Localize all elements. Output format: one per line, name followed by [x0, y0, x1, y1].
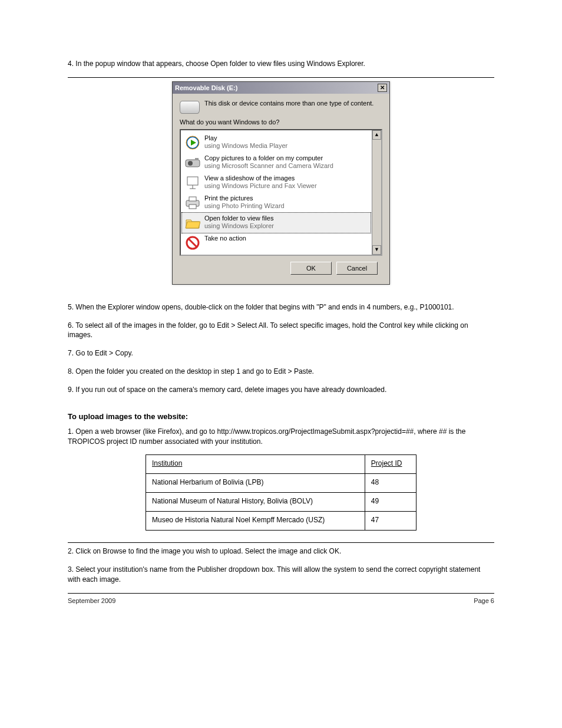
- footer-date: September 2009: [68, 597, 115, 604]
- table-row: National Museum of Natural History, Boli…: [146, 493, 416, 512]
- close-icon[interactable]: ✕: [378, 84, 387, 92]
- list-item-label: Copy pictures to a folder on my computer: [204, 154, 323, 162]
- upload-step-3: 3. Select your institution's name from t…: [68, 565, 494, 585]
- list-item-open-folder[interactable]: Open folder to view files using Windows …: [182, 213, 371, 233]
- list-item-sub: using Windows Explorer: [204, 222, 274, 229]
- list-item-label: Play: [204, 134, 217, 141]
- svg-rect-6: [187, 177, 198, 185]
- page-footer: September 2009 Page 6: [68, 593, 494, 604]
- folder-open-icon: [184, 215, 201, 231]
- table-row: National Herbarium of Bolivia (LPB) 48: [146, 474, 416, 493]
- drive-icon: [180, 101, 200, 114]
- project-id-table: Institution Project ID National Herbariu…: [146, 454, 416, 531]
- no-action-icon: [184, 235, 201, 251]
- step-6-text: 6. To select all of the images in the fo…: [68, 321, 494, 341]
- table-header-projectid: Project ID: [365, 455, 416, 474]
- upload-heading: To upload images to the website:: [68, 411, 494, 422]
- dialog-title: Removable Disk (E:): [175, 84, 237, 91]
- step-8-text: 8. Open the folder you created on the de…: [68, 367, 494, 377]
- printer-icon: [184, 195, 201, 211]
- action-listbox[interactable]: Play using Windows Media Player Copy pic…: [180, 129, 382, 256]
- autoplay-dialog: Removable Disk (E:) ✕ This disk or devic…: [172, 81, 390, 285]
- list-item-sub: using Windows Media Player: [204, 142, 287, 149]
- list-item-label: Take no action: [204, 235, 246, 242]
- list-item-copy-pictures[interactable]: Copy pictures to a folder on my computer…: [182, 153, 371, 173]
- list-item-sub: using Microsoft Scanner and Camera Wizar…: [204, 162, 333, 169]
- table-row: Museo de Historia Natural Noel Kempff Me…: [146, 512, 416, 531]
- scroll-down-icon[interactable]: ▼: [372, 245, 381, 255]
- list-item-label: Print the pictures: [204, 195, 253, 202]
- step-4-text: 4. In the popup window that appears, cho…: [68, 59, 494, 69]
- ok-button[interactable]: OK: [290, 262, 332, 275]
- list-item-label: Open folder to view files: [204, 215, 273, 222]
- upload-step-1: 1. Open a web browser (like Firefox), an…: [68, 427, 494, 447]
- step-9-text: 9. If you run out of space on the camera…: [68, 385, 494, 395]
- scroll-up-icon[interactable]: ▲: [372, 130, 381, 140]
- svg-rect-10: [189, 197, 196, 201]
- step-5-text: 5. When the Explorer window opens, doubl…: [68, 302, 494, 312]
- dialog-titlebar[interactable]: Removable Disk (E:) ✕: [173, 82, 389, 94]
- list-item-no-action[interactable]: Take no action: [182, 233, 371, 253]
- list-item-slideshow[interactable]: View a slideshow of the images using Win…: [182, 173, 371, 193]
- list-item-print[interactable]: Print the pictures using Photo Printing …: [182, 193, 371, 213]
- list-item-label: View a slideshow of the images: [204, 174, 295, 182]
- step-7-text: 7. Go to Edit > Copy.: [68, 348, 494, 358]
- list-item-sub: using Photo Printing Wizard: [204, 202, 285, 209]
- svg-rect-11: [189, 205, 196, 209]
- projector-screen-icon: [184, 174, 201, 191]
- dialog-prompt: What do you want Windows to do?: [180, 118, 382, 126]
- table-header-institution: Institution: [146, 455, 365, 474]
- svg-point-4: [188, 161, 193, 166]
- list-item-sub: using Windows Picture and Fax Viewer: [204, 182, 317, 189]
- cancel-button[interactable]: Cancel: [336, 262, 378, 275]
- dialog-intro-text: This disk or device contains more than o…: [204, 100, 373, 114]
- wmp-icon: [184, 134, 201, 151]
- camera-icon: [184, 154, 201, 171]
- footer-page: Page 6: [474, 597, 494, 604]
- upload-step-2: 2. Click on Browse to find the image you…: [68, 546, 494, 556]
- svg-rect-5: [195, 158, 199, 160]
- scrollbar[interactable]: ▲ ▼: [372, 130, 381, 255]
- list-item-play[interactable]: Play using Windows Media Player: [182, 133, 371, 153]
